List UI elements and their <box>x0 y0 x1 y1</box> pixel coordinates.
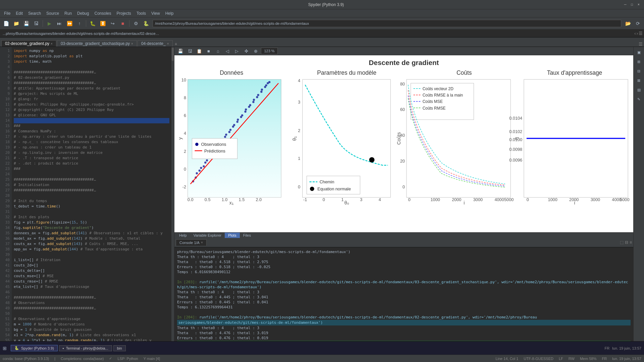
run-cell-button[interactable]: ⏭ <box>55 19 64 28</box>
console-tab-close[interactable]: × <box>201 241 203 244</box>
stop-button[interactable]: ■ <box>118 19 127 28</box>
plot-pan-button[interactable]: ✜ <box>242 47 250 55</box>
new-tab-button[interactable]: + <box>173 41 179 47</box>
run-button[interactable]: ▶ <box>45 19 54 28</box>
main-content: 12345678910 11121314151617181920 2122232… <box>0 47 644 341</box>
side-icon-6[interactable]: ✎ <box>635 95 643 103</box>
plot-save-button[interactable]: 💾 <box>176 47 184 55</box>
menu-view[interactable]: View <box>149 10 163 16</box>
code-line-14 <box>14 118 169 123</box>
side-icon-2[interactable]: ⊞ <box>635 58 643 66</box>
tab-scroll-right[interactable]: › <box>637 31 638 36</box>
side-icon-1[interactable]: ▣ <box>635 48 643 56</box>
tab-menu-button[interactable]: ☰ <box>639 31 643 36</box>
tab-plots[interactable]: Plots <box>225 233 239 238</box>
plot-home-button[interactable]: ⌂ <box>214 47 222 55</box>
preferences-button[interactable]: ⚙ <box>131 19 141 28</box>
path-bar[interactable]: /mnt/home2/phroy/Bureau/seriousgames/ble… <box>153 20 621 27</box>
code-line-34: fig.suptitle("Descente de gradient") <box>14 225 169 231</box>
tab-files[interactable]: Files <box>240 233 254 238</box>
code-line-38: app_ax = fig.add_subplot(144) # Taux d'a… <box>14 247 169 252</box>
browse-button[interactable]: 📂 <box>623 19 633 28</box>
taskbar-bin[interactable]: bin <box>113 345 126 351</box>
panel-toggle[interactable]: ☰ <box>639 42 643 47</box>
svg-text:5000: 5000 <box>620 197 629 202</box>
menu-debug[interactable]: Debug <box>74 10 92 16</box>
svg-text:Coûts vecteur 2D: Coûts vecteur 2D <box>423 86 453 91</box>
zoom-input[interactable] <box>261 48 278 54</box>
start-button[interactable]: ⊞ <box>3 346 7 351</box>
plot-forward-button[interactable]: ▷ <box>233 47 241 55</box>
svg-text:4: 4 <box>298 78 300 83</box>
tab-03-gradient[interactable]: 03-descente_gradient_stochastique.py × <box>57 40 137 47</box>
window-controls[interactable]: ─ □ × <box>623 2 641 7</box>
plot-stop-button[interactable]: ■ <box>205 47 213 55</box>
svg-point-14 <box>228 131 230 133</box>
plot-zoom-button[interactable]: ⊕ <box>252 47 260 55</box>
svg-point-6 <box>196 172 198 174</box>
console-split-button[interactable]: ⊟ <box>625 240 628 245</box>
menu-projects[interactable]: Projects <box>114 10 134 16</box>
debug-next-button[interactable]: ↪ <box>108 19 117 28</box>
code-content[interactable]: import numpy as np import matplotlib.pyp… <box>12 47 171 341</box>
svg-text:0.0102: 0.0102 <box>509 129 522 134</box>
tab-04-close[interactable]: × <box>167 42 169 46</box>
minimize-button[interactable]: ─ <box>623 2 628 7</box>
save-file-button[interactable]: 💾 <box>21 19 31 28</box>
side-icon-3[interactable]: ⊟ <box>635 67 643 75</box>
code-line-12: # @copyright: Copyright (C) 2023 Philipp… <box>14 107 169 113</box>
menu-help[interactable]: Help <box>163 10 176 16</box>
svg-text:0.0: 0.0 <box>187 197 194 202</box>
menu-tools[interactable]: Tools <box>134 10 149 16</box>
console-detach-button[interactable]: ⬚ <box>620 240 624 245</box>
menu-search[interactable]: Search <box>25 10 44 16</box>
code-line-8: # @title: Apprentissage par descente de … <box>14 86 169 91</box>
menu-consoles[interactable]: Consoles <box>92 10 114 16</box>
open-file-button[interactable]: 📁 <box>11 19 21 28</box>
plot-back-button[interactable]: ◁ <box>223 47 231 55</box>
close-button[interactable]: × <box>636 2 641 7</box>
code-scrollbar[interactable] <box>171 47 174 341</box>
console-tab[interactable]: Console 1/A × <box>176 239 207 246</box>
tab-scroll-left[interactable]: ‹ <box>634 31 636 36</box>
tab-variable-explorer[interactable]: Variable Explorer <box>190 233 225 238</box>
side-icon-4[interactable]: ⊠ <box>635 76 643 84</box>
svg-point-29 <box>225 134 227 136</box>
code-line-53: bg = 1 # Quantité de bruit gaussien <box>14 327 169 333</box>
status-branch: Y main [4] <box>144 357 160 361</box>
side-icon-5[interactable]: ▤ <box>635 86 643 94</box>
taskbar-spyder[interactable]: 🐍 Spyder (Python 3.9) <box>11 345 58 351</box>
svg-point-40 <box>237 119 239 121</box>
plot-save2-button[interactable]: 🖫 <box>186 47 194 55</box>
menu-run[interactable]: Run <box>62 10 74 16</box>
maximize-button[interactable]: □ <box>629 2 635 7</box>
code-line-3: import time, math <box>14 59 169 64</box>
tab-03-close[interactable]: × <box>131 42 133 46</box>
console-line-1: phroy/Bureau/seriousgames/blender-edutec… <box>177 249 631 254</box>
scroll-thumb[interactable] <box>172 48 174 61</box>
tab-04-gradient[interactable]: 04-descente_ × <box>138 40 173 47</box>
menu-edit[interactable]: Edit <box>13 10 25 16</box>
save-all-button[interactable]: 🖫 <box>32 19 41 28</box>
tab-02-gradient[interactable]: 02-descente_gradient.py × <box>1 40 56 47</box>
run-cell-advance-button[interactable]: ⏩ <box>65 19 74 28</box>
code-line-7: ####################################… <box>14 80 169 86</box>
status-position: Line 14, Col 1 <box>495 357 518 361</box>
svg-point-35 <box>199 170 201 172</box>
tab-02-close[interactable]: × <box>51 42 53 46</box>
debug-step-button[interactable]: ⏬ <box>98 19 107 28</box>
taskbar-terminal[interactable]: ▪ Terminal - phroy@debia... <box>59 345 112 351</box>
run-selection-button[interactable]: ↑ <box>75 19 84 28</box>
code-line-47: ####################################… <box>14 295 169 300</box>
console-more-button[interactable]: ≡ <box>630 240 632 245</box>
tab-help[interactable]: Help <box>176 233 190 238</box>
svg-text:0.5: 0.5 <box>205 197 211 202</box>
menu-file[interactable]: File <box>1 10 13 16</box>
debug-button[interactable]: 🐛 <box>88 19 97 28</box>
new-file-button[interactable]: 📄 <box>1 19 11 28</box>
svg-text:-1: -1 <box>303 197 307 202</box>
plot-copy-button[interactable]: 📋 <box>195 47 203 55</box>
code-area[interactable]: 12345678910 11121314151617181920 2122232… <box>0 47 174 341</box>
sync-button[interactable]: ⟳ <box>633 19 643 28</box>
menu-source[interactable]: Source <box>44 10 62 16</box>
